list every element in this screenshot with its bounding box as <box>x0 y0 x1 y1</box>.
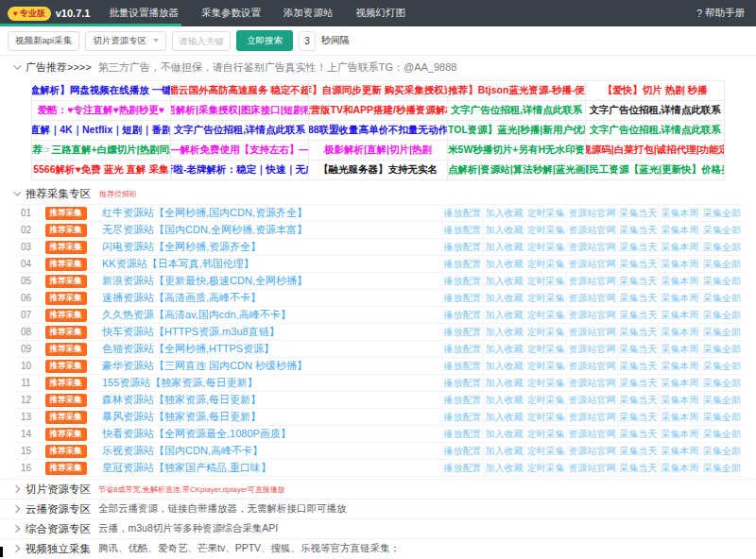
action-link-3[interactable]: 资源站官网 <box>567 256 618 272</box>
action-link-5[interactable]: 采集本周 <box>660 409 701 425</box>
action-link-4[interactable]: 采集当天 <box>618 205 660 221</box>
resource-name-link[interactable]: 红牛资源站【全网秒播,国内CDN,资源齐全】 <box>93 205 442 221</box>
action-link-0[interactable]: 播放配置 <box>442 324 484 340</box>
resource-name-link[interactable]: 色猫资源站【全网秒播,HTTPS资源】 <box>93 341 442 357</box>
action-link-3[interactable]: 资源站官网 <box>567 426 618 442</box>
ad-link[interactable]: 启点解析|资源站|算法秒解|蓝光画质 <box>448 161 587 179</box>
ad-link[interactable]: 5566解析♥免费 蓝光 直解 采集 <box>32 161 171 179</box>
action-link-0[interactable]: 播放配置 <box>442 205 484 221</box>
action-link-2[interactable]: 定时采集 <box>525 375 567 391</box>
ad-link[interactable]: 文字广告位招租,详情点此联系 <box>171 121 310 140</box>
resource-name-link[interactable]: 久久热资源【高清av,国内cdn,高峰不卡】 <box>93 307 442 323</box>
ad-link[interactable]: 【猛盒解析】网盘视频在线播放 一键发布 <box>32 81 171 100</box>
action-link-3[interactable]: 资源站官网 <box>567 205 618 221</box>
action-link-1[interactable]: 加入收藏 <box>484 426 525 442</box>
ad-link[interactable]: 直解｜4K｜Netflix｜短剧｜番剧 <box>32 121 171 140</box>
action-link-0[interactable]: 播放配置 <box>442 222 484 238</box>
action-link-0[interactable]: 播放配置 <box>442 341 484 357</box>
resource-name-link[interactable]: KK资源站【日本写真,韩国伦理】 <box>93 256 442 272</box>
ad-link[interactable]: 【推荐】Btjson蓝光资源-秒播-便宜 <box>448 81 587 100</box>
action-link-1[interactable]: 加入收藏 <box>484 290 525 306</box>
ad-link[interactable]: 醋醋云国外高防高速服务 稳定不超开 <box>171 81 310 100</box>
action-link-4[interactable]: 采集当天 <box>618 426 660 442</box>
action-link-1[interactable]: 加入收藏 <box>484 409 525 425</box>
action-link-1[interactable]: 加入收藏 <box>484 222 525 238</box>
ad-section-header[interactable]: 广告推荐>>>> 第三方广告，不做担保，请自行鉴别广告真实性！上广告联系TG：@… <box>0 56 756 78</box>
action-link-1[interactable]: 加入收藏 <box>484 392 525 408</box>
action-link-6[interactable]: 采集全部 <box>701 324 743 340</box>
action-link-6[interactable]: 采集全部 <box>701 307 743 323</box>
resource-name-link[interactable]: 乐视资源站【国内CDN,高峰不卡】 <box>93 443 442 459</box>
action-link-3[interactable]: 资源站官网 <box>567 392 618 408</box>
action-link-6[interactable]: 采集全部 <box>701 205 743 221</box>
action-link-0[interactable]: 播放配置 <box>442 239 484 255</box>
action-link-0[interactable]: 播放配置 <box>442 307 484 323</box>
resource-name-link[interactable]: 无尽资源站【国内CDN,全网秒播,资源丰富】 <box>93 222 442 238</box>
action-link-3[interactable]: 资源站官网 <box>567 409 618 425</box>
action-link-1[interactable]: 加入收藏 <box>484 273 525 289</box>
action-link-3[interactable]: 资源站官网 <box>567 375 618 391</box>
ad-link[interactable]: 影视源码|白菜打包|诚招代理|功能定制 <box>586 141 725 160</box>
ad-link[interactable]: 可米5W秒播切片+另有H无水印资源 <box>448 141 587 160</box>
action-link-1[interactable]: 加入收藏 <box>484 307 525 323</box>
action-link-2[interactable]: 定时采集 <box>525 307 567 323</box>
action-link-3[interactable]: 资源站官网 <box>567 222 618 238</box>
action-link-5[interactable]: 采集本周 <box>660 273 701 289</box>
ad-link[interactable]: 文字广告位招租,详情点此联系 <box>586 121 725 140</box>
action-link-5[interactable]: 采集本周 <box>660 358 701 374</box>
action-link-1[interactable]: 加入收藏 <box>484 205 525 221</box>
action-link-0[interactable]: 播放配置 <box>442 443 484 459</box>
ad-link[interactable]: 运营版TV和APP搭建/秒播资源解析 <box>309 101 448 120</box>
action-link-2[interactable]: 定时采集 <box>525 358 567 374</box>
resource-name-link[interactable]: 森林资源站【独家资源,每日更新】 <box>93 392 442 408</box>
action-link-6[interactable]: 采集全部 <box>701 358 743 374</box>
action-link-5[interactable]: 采集本周 <box>660 426 701 442</box>
action-link-5[interactable]: 采集本周 <box>660 239 701 255</box>
ad-link[interactable]: ™新疆民工资源【蓝光|更新快】价格美丽™ <box>586 161 725 179</box>
action-link-6[interactable]: 采集全部 <box>701 375 743 391</box>
action-link-2[interactable]: 定时采集 <box>525 222 567 238</box>
action-link-3[interactable]: 资源站官网 <box>567 324 618 340</box>
action-link-2[interactable]: 定时采集 <box>525 239 567 255</box>
action-link-0[interactable]: 播放配置 <box>442 273 484 289</box>
action-link-1[interactable]: 加入收藏 <box>484 341 525 357</box>
action-link-5[interactable]: 采集本周 <box>660 324 701 340</box>
action-link-5[interactable]: 采集本周 <box>660 307 701 323</box>
action-link-2[interactable]: 定时采集 <box>525 392 567 408</box>
resource-name-link[interactable]: 155资源站【独家资源,每日更新】 <box>93 375 442 391</box>
action-link-1[interactable]: 加入收藏 <box>484 443 525 459</box>
action-link-2[interactable]: 定时采集 <box>525 460 567 476</box>
section-header-3[interactable]: 视频独立采集腾讯、优酷、爱奇艺、芒果tv、PPTV、搜狐、乐视等官方直链采集； <box>0 538 756 558</box>
ad-link[interactable]: 爱酷：♥专注直解♥热剧秒更♥ <box>32 101 171 120</box>
resource-name-link[interactable]: 闪电资源站【全网秒播,资源齐全】 <box>93 239 442 255</box>
ad-link[interactable]: 解析啦-老牌解析：稳定｜快速｜无广告 <box>171 161 310 179</box>
action-link-3[interactable]: 资源站官网 <box>567 290 618 306</box>
navbar-item-3[interactable]: 视频幻灯图 <box>355 7 405 20</box>
action-link-2[interactable]: 定时采集 <box>525 290 567 306</box>
action-link-4[interactable]: 采集当天 <box>618 239 660 255</box>
action-link-2[interactable]: 定时采集 <box>525 324 567 340</box>
resource-name-link[interactable]: 皇冠资源站【独家国产精品,重口味】 <box>93 460 442 476</box>
action-link-4[interactable]: 采集当天 <box>618 324 660 340</box>
recommend-section-header[interactable]: 推荐采集专区 推荐位招租 <box>0 183 756 204</box>
action-link-3[interactable]: 资源站官网 <box>567 341 618 357</box>
action-link-5[interactable]: 采集本周 <box>660 460 701 476</box>
action-link-6[interactable]: 采集全部 <box>701 426 743 442</box>
action-link-1[interactable]: 加入收藏 <box>484 324 525 340</box>
action-link-4[interactable]: 采集当天 <box>618 256 660 272</box>
action-link-6[interactable]: 采集全部 <box>701 341 743 357</box>
action-link-3[interactable]: 资源站官网 <box>567 273 618 289</box>
resource-name-link[interactable]: 新浪资源站【更新最快,极速CDN,全网秒播】 <box>93 273 442 289</box>
action-link-0[interactable]: 播放配置 <box>442 375 484 391</box>
ad-link[interactable]: 极影解析|直解|切片|热剧 <box>309 141 448 160</box>
new-api-collect-button[interactable]: 视频新api采集 <box>8 31 79 51</box>
action-link-5[interactable]: 采集本周 <box>660 443 701 459</box>
action-link-5[interactable]: 采集本周 <box>660 256 701 272</box>
action-link-3[interactable]: 资源站官网 <box>567 358 618 374</box>
action-link-2[interactable]: 定时采集 <box>525 426 567 442</box>
action-link-5[interactable]: 采集本周 <box>660 375 701 391</box>
action-link-6[interactable]: 采集全部 <box>701 460 743 476</box>
search-button[interactable]: 立即搜索 <box>236 30 293 51</box>
action-link-1[interactable]: 加入收藏 <box>484 460 525 476</box>
resource-name-link[interactable]: 快看资源站【全网资源最全,1080P画质】 <box>93 426 442 442</box>
